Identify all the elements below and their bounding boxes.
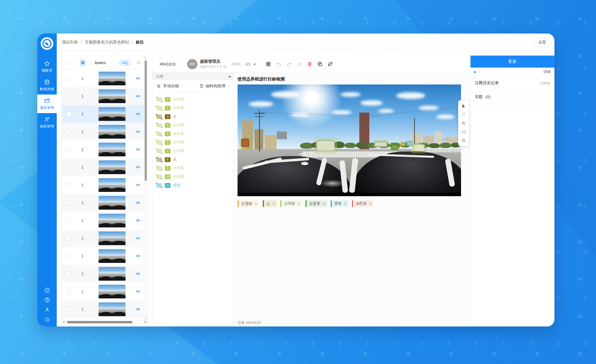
outline-item[interactable]: 5小汽车 (156, 129, 233, 138)
code-view-icon[interactable]: </> (136, 94, 140, 98)
task-thumbnail[interactable] (99, 302, 126, 316)
row-checkbox[interactable] (66, 271, 71, 276)
zoom-in-button[interactable] (459, 119, 468, 127)
outline-item[interactable]: 3人 (156, 112, 233, 121)
label-chip[interactable]: 公交站1 (238, 200, 260, 207)
task-thumbnail[interactable] (99, 125, 126, 139)
task-row[interactable]: 1</> (62, 300, 144, 318)
task-thumbnail[interactable] (99, 178, 126, 192)
code-view-icon[interactable]: </> (136, 236, 140, 240)
outline-item[interactable]: 11货车 (156, 181, 233, 190)
label-chip[interactable]: 大巴车6 (352, 200, 374, 207)
row-checkbox[interactable] (66, 236, 71, 241)
outline-item[interactable]: 10小汽车 (156, 172, 233, 181)
bounding-box[interactable] (373, 140, 388, 147)
code-view-icon[interactable]: </> (136, 130, 140, 134)
task-thumbnail[interactable] (99, 231, 126, 245)
breadcrumb-item[interactable]: 项目列表 (62, 40, 78, 45)
task-row[interactable]: 1</> (62, 247, 144, 265)
task-row[interactable]: 1</> (62, 141, 144, 158)
zoom-out-button[interactable] (459, 136, 468, 145)
code-view-icon[interactable]: </> (136, 272, 140, 276)
scroll-right-icon[interactable]: ▶ (145, 320, 146, 323)
redo-button[interactable] (286, 61, 293, 68)
update-button[interactable]: 更新 (470, 56, 554, 68)
task-row[interactable]: 1</> (62, 70, 144, 87)
code-view-icon[interactable]: </> (136, 254, 140, 258)
outline-item[interactable]: 2小汽车 (156, 104, 233, 112)
group-mode-button[interactable]: 手动分组 (156, 84, 179, 89)
task-row[interactable]: 1</> (62, 265, 144, 283)
task-row[interactable]: 1</> (62, 176, 144, 194)
row-checkbox[interactable] (66, 76, 71, 81)
grid-view-icon[interactable] (80, 59, 86, 66)
code-view-icon[interactable]: </> (136, 290, 140, 294)
task-thumbnail[interactable] (99, 107, 126, 121)
task-row[interactable]: 1</> (62, 105, 144, 123)
scrollbar-thumb[interactable] (145, 60, 147, 181)
help-icon[interactable] (44, 297, 50, 303)
fit-screen-button[interactable] (459, 127, 468, 136)
task-thumbnail[interactable] (99, 285, 126, 298)
task-thumbnail[interactable] (99, 214, 126, 227)
sidebar-item-template-library[interactable]: 模板库 (37, 57, 57, 76)
task-thumbnail[interactable] (99, 249, 126, 263)
outline-item[interactable]: 8人 (156, 155, 233, 164)
label-chip[interactable]: 公交车4 (305, 200, 328, 207)
pan-tool-button[interactable] (459, 110, 468, 119)
scroll-left-icon[interactable]: ◀ (63, 320, 64, 323)
task-row[interactable]: 1</> (62, 87, 144, 105)
code-view-icon[interactable]: </> (136, 76, 140, 80)
row-checkbox[interactable] (66, 218, 71, 223)
vertical-scrollbar[interactable]: ▲ ▼ (144, 56, 147, 320)
task-thumbnail[interactable] (99, 89, 126, 103)
code-view-icon[interactable]: </> (136, 307, 140, 311)
task-thumbnail[interactable] (99, 143, 126, 156)
bounding-box[interactable] (406, 141, 413, 146)
code-view-icon[interactable]: </> (136, 165, 140, 169)
scrollbar-thumb[interactable] (67, 321, 132, 323)
row-checkbox[interactable] (66, 254, 71, 258)
panorama-image[interactable] (238, 84, 461, 196)
task-thumbnail[interactable] (99, 160, 126, 174)
label-chip[interactable]: 小汽车3 (280, 200, 302, 207)
list-settings-gear[interactable] (136, 60, 142, 66)
breadcrumb-item[interactable]: 车载图看前方的景色辨别 (85, 40, 129, 45)
row-checkbox[interactable] (66, 289, 71, 294)
row-checkbox[interactable] (66, 129, 71, 134)
row-checkbox[interactable] (66, 112, 71, 116)
row-checkbox[interactable] (66, 200, 71, 205)
code-view-icon[interactable]: </> (136, 112, 140, 116)
horizontal-scrollbar[interactable]: ◀ ▶ (62, 320, 147, 324)
outline-item[interactable]: 1小汽车 (156, 95, 233, 104)
delete-button[interactable] (306, 61, 313, 68)
expand-details-icon[interactable]: ▶ (474, 70, 476, 73)
sidebar-item-project-management[interactable]: 项目管理 (37, 95, 57, 113)
sort-mode-button[interactable]: 按时间排序 ↑ (199, 84, 230, 89)
cursor-tool-button[interactable] (459, 102, 468, 110)
bounding-box[interactable] (400, 141, 406, 147)
collapse-panel-icon[interactable]: ◀ (228, 75, 230, 78)
code-view-icon[interactable]: </> (136, 147, 140, 151)
bounding-box[interactable] (315, 138, 337, 153)
outline-item[interactable]: 9小汽车 (156, 164, 233, 172)
label-chip[interactable]: 货车5 (331, 200, 349, 207)
info-icon[interactable] (44, 287, 50, 293)
undo-button[interactable] (275, 61, 282, 68)
bounding-box[interactable] (240, 137, 251, 149)
outline-item[interactable]: 7小汽车 (156, 147, 233, 155)
row-checkbox[interactable] (66, 183, 71, 187)
app-logo[interactable] (41, 37, 53, 50)
bounding-box[interactable] (412, 143, 426, 153)
task-row[interactable]: 1</> (62, 229, 144, 247)
annotation-dropdown[interactable] (252, 62, 257, 66)
relations-row[interactable]: 关联（0） (470, 90, 554, 104)
task-row[interactable]: 1</> (62, 158, 144, 176)
outline-item[interactable]: 4小汽车 (156, 121, 233, 129)
duplicate-button[interactable] (317, 61, 324, 68)
task-thumbnail[interactable] (99, 267, 126, 281)
row-checkbox[interactable] (66, 147, 71, 152)
task-row[interactable]: 1</> (62, 283, 144, 300)
bounding-box[interactable] (390, 143, 399, 150)
task-thumbnail[interactable] (99, 72, 126, 85)
